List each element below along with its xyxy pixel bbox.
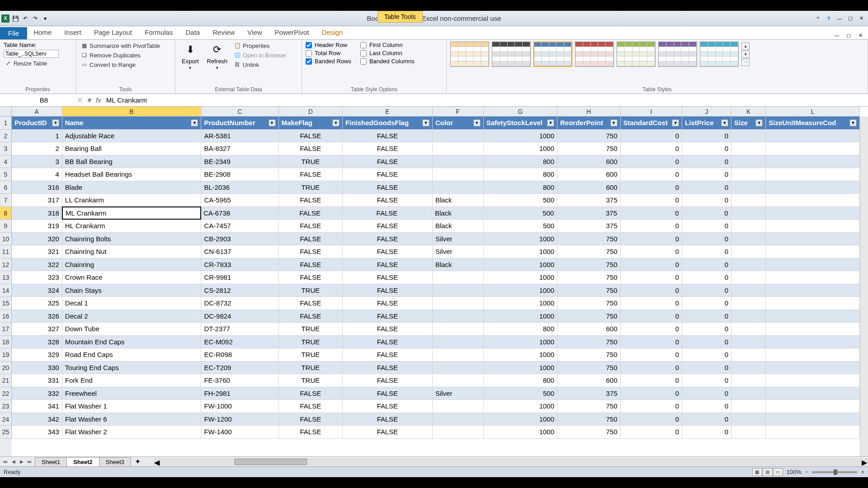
cell[interactable]: 332 xyxy=(12,387,62,400)
cell[interactable] xyxy=(433,181,484,194)
cell[interactable]: 1000 xyxy=(484,336,557,348)
cell[interactable]: 1000 xyxy=(484,271,557,284)
cell[interactable]: Road End Caps xyxy=(62,348,202,361)
last-col-checkbox[interactable]: Last Column xyxy=(360,50,415,56)
cell[interactable]: 0 xyxy=(682,194,731,206)
cell[interactable]: Adjustable Race xyxy=(62,130,202,142)
cell[interactable] xyxy=(766,220,860,232)
cell[interactable]: FW-1000 xyxy=(201,400,278,413)
cell[interactable]: FALSE xyxy=(343,181,433,194)
cell[interactable]: 330 xyxy=(12,361,62,374)
zoom-out-icon[interactable]: − xyxy=(805,469,809,475)
cell[interactable]: 329 xyxy=(12,348,62,361)
cell[interactable] xyxy=(766,194,860,206)
cell[interactable] xyxy=(731,348,766,361)
help-icon[interactable]: ? xyxy=(824,14,834,23)
cell[interactable]: 600 xyxy=(557,168,621,181)
cell[interactable]: FALSE xyxy=(279,271,343,284)
cell[interactable] xyxy=(731,297,766,310)
cell[interactable] xyxy=(766,155,860,168)
row-header[interactable]: 15 xyxy=(0,297,12,310)
cell[interactable] xyxy=(766,387,860,400)
ribbon-tab-formulas[interactable]: Formulas xyxy=(138,26,179,39)
table-header-cell[interactable]: StandardCost▼ xyxy=(621,117,683,129)
ribbon-tab-pagelayout[interactable]: Page Layout xyxy=(88,26,138,39)
cell[interactable]: 321 xyxy=(12,245,62,258)
ribbon-tab-home[interactable]: Home xyxy=(27,26,58,39)
cell[interactable] xyxy=(731,194,766,206)
cell[interactable]: 375 xyxy=(557,220,621,232)
sheet-tab[interactable]: Sheet2 xyxy=(66,457,99,466)
cell[interactable]: 0 xyxy=(620,207,682,220)
table-style-thumb[interactable] xyxy=(617,42,656,67)
cell[interactable] xyxy=(766,323,860,335)
cell[interactable]: Decal 1 xyxy=(62,297,202,310)
row-header[interactable]: 18 xyxy=(0,336,12,349)
cell[interactable]: 0 xyxy=(621,130,683,142)
cell[interactable]: 4 xyxy=(12,168,62,181)
refresh-button[interactable]: ⟳Refresh▾ xyxy=(204,42,231,71)
table-header-cell[interactable]: MakeFlag▼ xyxy=(279,117,343,129)
row-header[interactable]: 13 xyxy=(0,271,12,284)
cell[interactable]: 1000 xyxy=(484,284,557,297)
summarize-pivot-button[interactable]: ▦Summarize with PivotTable xyxy=(80,42,161,50)
row-header[interactable]: 9 xyxy=(0,220,12,233)
table-header-cell[interactable]: SizeUnitMeasureCod▼ xyxy=(766,117,860,129)
cell[interactable] xyxy=(766,181,860,194)
cell[interactable]: EC-T209 xyxy=(201,361,278,374)
gallery-more-icon[interactable]: ⋯ xyxy=(741,59,750,66)
minimize-window-icon[interactable]: — xyxy=(835,14,844,23)
table-header-cell[interactable]: Color▼ xyxy=(433,117,484,129)
cell[interactable]: AR-5381 xyxy=(201,130,278,142)
column-header[interactable]: D xyxy=(279,107,343,116)
cell[interactable] xyxy=(766,348,860,361)
cell[interactable] xyxy=(433,130,484,142)
cancel-formula-icon[interactable]: ✕ xyxy=(77,96,83,104)
cell[interactable] xyxy=(731,168,766,181)
remove-duplicates-button[interactable]: ❏Remove Duplicates xyxy=(80,51,161,59)
cell[interactable]: 600 xyxy=(557,323,621,335)
cell[interactable]: FE-3760 xyxy=(201,374,278,387)
cell[interactable]: 0 xyxy=(682,142,731,155)
cell[interactable]: FALSE xyxy=(343,310,433,323)
cell[interactable] xyxy=(433,284,484,297)
table-style-thumb[interactable] xyxy=(658,42,697,67)
row-header[interactable]: 17 xyxy=(0,323,12,336)
cell[interactable]: FALSE xyxy=(343,361,433,374)
cell[interactable]: 500 xyxy=(484,220,557,232)
cell[interactable]: TRUE xyxy=(279,336,343,348)
cell[interactable]: FALSE xyxy=(278,207,342,220)
cell[interactable]: 322 xyxy=(12,258,62,271)
cell[interactable]: FALSE xyxy=(343,130,433,142)
workbook-minimize-icon[interactable]: — xyxy=(832,31,842,39)
cell[interactable]: 0 xyxy=(621,323,683,335)
cell[interactable]: 750 xyxy=(557,130,621,142)
table-header-cell[interactable]: ListPrice▼ xyxy=(682,117,731,129)
cell[interactable]: FALSE xyxy=(343,374,433,387)
cell[interactable]: 375 xyxy=(557,194,621,206)
convert-range-button[interactable]: ▭Convert to Range xyxy=(80,61,161,69)
banded-rows-checkbox[interactable]: Banded Rows xyxy=(306,58,351,65)
unlink-button[interactable]: ⛓Unlink xyxy=(233,61,288,69)
cell[interactable]: 1000 xyxy=(484,142,557,155)
cell[interactable]: FALSE xyxy=(279,220,343,232)
cell[interactable]: Down Tube xyxy=(62,323,202,335)
cell[interactable]: Headset Ball Bearings xyxy=(62,168,202,181)
cell[interactable]: FALSE xyxy=(279,245,343,258)
sheet-nav-next-icon[interactable]: ▶ xyxy=(18,459,25,464)
cell[interactable]: FALSE xyxy=(343,245,433,258)
cell[interactable]: Crown Race xyxy=(62,271,202,284)
cell[interactable]: 1000 xyxy=(484,233,557,245)
cell[interactable] xyxy=(433,374,484,387)
cell[interactable]: 0 xyxy=(682,271,731,284)
cell[interactable]: FALSE xyxy=(343,387,433,400)
row-header[interactable]: 11 xyxy=(0,245,12,258)
cell[interactable]: FW-1400 xyxy=(201,426,278,438)
cell[interactable]: 1000 xyxy=(484,297,557,310)
cell[interactable]: 326 xyxy=(12,310,62,323)
enter-formula-icon[interactable]: ✓ xyxy=(86,96,92,104)
cell[interactable]: 1000 xyxy=(484,348,557,361)
cell[interactable]: 323 xyxy=(12,271,62,284)
cell[interactable] xyxy=(433,361,484,374)
table-style-thumb[interactable] xyxy=(575,42,614,67)
